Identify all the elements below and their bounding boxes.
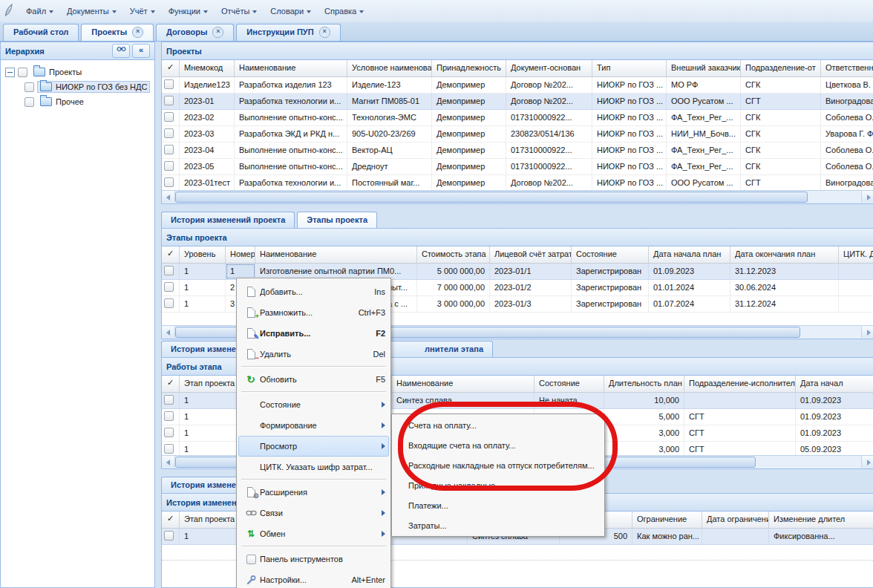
row-checkbox[interactable] xyxy=(164,428,174,437)
tree-node-projects[interactable]: Проекты xyxy=(5,65,154,79)
tab-instructions[interactable]: Инструкции ПУП× xyxy=(236,24,340,41)
tab-project-stages[interactable]: Этапы проекта xyxy=(297,212,377,228)
menu-item-refresh[interactable]: ↻ ОбновитьF5 xyxy=(238,369,389,390)
column-header[interactable]: Документ-основан xyxy=(506,60,592,76)
row-checkbox[interactable] xyxy=(164,298,174,308)
row-checkbox[interactable] xyxy=(164,79,174,89)
column-header[interactable]: Условное наименова xyxy=(347,60,432,76)
table-row[interactable]: 2023-05Выполнение опытно-конс... Дредноу… xyxy=(162,159,873,175)
column-header[interactable]: Дата окончания план xyxy=(730,246,839,263)
column-header[interactable]: Внешний заказчик xyxy=(667,60,741,76)
row-checkbox[interactable] xyxy=(164,177,174,187)
row-checkbox[interactable] xyxy=(164,411,174,421)
menu-reports[interactable]: Отчёты xyxy=(215,4,264,19)
table-row[interactable]: Изделие123Разработка изделия 123 Изделие… xyxy=(162,77,873,94)
column-header[interactable]: Ответственный xyxy=(821,60,873,76)
submenu-item-costs[interactable]: Затраты... xyxy=(392,516,604,536)
menu-item-formation[interactable]: Формирование xyxy=(238,415,389,436)
submenu-item-payments[interactable]: Платежи... xyxy=(392,496,604,516)
tab-projects[interactable]: Проекты× xyxy=(81,24,154,41)
search-icon[interactable] xyxy=(112,44,130,58)
column-header[interactable]: Дата начала план xyxy=(649,246,730,263)
close-icon[interactable]: × xyxy=(319,27,330,38)
close-icon[interactable]: × xyxy=(132,27,143,38)
menu-item-exchange[interactable]: ⇅ Обмен xyxy=(238,523,389,544)
menu-help[interactable]: Справка xyxy=(318,4,370,19)
tab-project-history[interactable]: История изменений проекта xyxy=(161,212,295,228)
menu-dictionaries[interactable]: Словари xyxy=(264,4,318,19)
menu-item-links[interactable]: Связи xyxy=(238,503,389,523)
column-header-sorted[interactable]: Длительность план xyxy=(604,376,684,392)
horizontal-scrollbar[interactable] xyxy=(162,190,873,203)
column-header[interactable]: Наименование xyxy=(392,376,534,392)
scroll-left-icon[interactable] xyxy=(162,326,175,338)
tree-node-other[interactable]: Прочее xyxy=(5,94,154,109)
row-checkbox[interactable] xyxy=(164,145,174,154)
column-header[interactable]: Стоимость этапа xyxy=(417,246,490,263)
row-checkbox[interactable] xyxy=(164,531,174,540)
column-header[interactable]: Состояние xyxy=(534,376,604,392)
row-checkbox[interactable] xyxy=(164,96,174,105)
scroll-left-icon[interactable] xyxy=(162,191,175,203)
table-row[interactable]: 2023-03Разработка ЭКД и РКД н... 905-U02… xyxy=(162,126,873,143)
node-checkbox[interactable] xyxy=(24,82,34,92)
tab-contracts[interactable]: Договоры× xyxy=(156,24,234,41)
node-checkbox[interactable] xyxy=(24,97,34,107)
table-row[interactable]: 2023-01тестРазработка технологии и... По… xyxy=(162,175,873,192)
row-checkbox[interactable] xyxy=(164,128,174,138)
check-column-header[interactable]: ✓ xyxy=(162,60,180,76)
close-icon[interactable]: × xyxy=(212,27,223,38)
check-column-header[interactable]: ✓ xyxy=(162,512,180,528)
menu-functions[interactable]: Функции xyxy=(162,4,215,19)
column-header[interactable]: Мнемокод xyxy=(180,60,235,76)
row-checkbox[interactable] xyxy=(164,395,174,405)
menu-documents[interactable]: Документы xyxy=(60,4,123,19)
menu-item-edit[interactable]: ✎ Исправить...F2 xyxy=(238,323,389,344)
menu-accounting[interactable]: Учёт xyxy=(123,4,162,19)
menu-file[interactable]: Файл xyxy=(19,4,60,19)
row-checkbox[interactable] xyxy=(164,266,174,275)
menu-item-state[interactable]: Состояние xyxy=(238,394,389,415)
menu-item-citk-cost-code[interactable]: ЦИТК. Указать шифр затрат... xyxy=(238,457,389,477)
menu-item-duplicate[interactable]: + Размножить...Ctrl+F3 xyxy=(238,302,389,323)
column-header[interactable]: Дата начал xyxy=(796,376,873,392)
scrollbar-thumb[interactable] xyxy=(175,192,808,203)
column-header[interactable]: ЦИТК. Д xyxy=(839,246,873,263)
column-header[interactable]: Подразделение-от xyxy=(741,60,821,76)
column-header[interactable]: Наименование xyxy=(255,246,417,263)
column-header[interactable]: Подразделение-исполнитель.. xyxy=(684,376,796,392)
column-header[interactable]: Состояние xyxy=(572,246,649,263)
column-header[interactable]: Принадлежность xyxy=(432,60,506,76)
collapse-panel-icon[interactable]: « xyxy=(132,44,150,58)
column-header[interactable]: Ограничение xyxy=(632,512,702,528)
menu-item-delete[interactable]: − УдалитьDel xyxy=(238,344,389,365)
column-header[interactable]: Тип xyxy=(592,60,667,76)
check-column-header[interactable]: ✓ xyxy=(162,376,180,392)
column-header[interactable]: Номер xyxy=(226,246,255,263)
toolbar-checkbox-icon[interactable] xyxy=(242,555,260,564)
node-checkbox[interactable] xyxy=(18,68,27,77)
menu-item-view[interactable]: Просмотр xyxy=(238,436,389,457)
scroll-right-icon[interactable] xyxy=(861,456,873,468)
menu-item-extensions[interactable]: ⚙ Расширения xyxy=(238,482,389,503)
row-checkbox[interactable] xyxy=(164,444,174,454)
menu-item-settings[interactable]: Настройки...Alt+Enter xyxy=(238,569,389,588)
check-column-header[interactable]: ✓ xyxy=(162,246,180,263)
column-header[interactable]: Лицевой счёт затрат. xyxy=(490,246,572,263)
row-checkbox[interactable] xyxy=(164,161,174,171)
column-header[interactable]: Уровень xyxy=(180,246,226,263)
table-row[interactable]: 2023-04Выполнение опытно-конс... Вектор-… xyxy=(162,143,873,159)
row-checkbox[interactable] xyxy=(164,282,174,292)
column-header[interactable]: Дата ограничения xyxy=(702,512,769,528)
tab-desktop[interactable]: Рабочий стол xyxy=(3,24,79,41)
column-header[interactable]: Изменение длител xyxy=(769,512,873,528)
menu-item-toolbar[interactable]: Панель инструментов xyxy=(238,549,389,569)
table-row-selected[interactable]: 2023-01Разработка технологии и... Магнит… xyxy=(162,94,873,110)
table-row[interactable]: 2023-02Выполнение опытно-конс... Техноло… xyxy=(162,110,873,126)
scroll-right-icon[interactable] xyxy=(861,191,873,203)
tree-node-niokr[interactable]: НИОКР по ГОЗ без НДС xyxy=(5,79,154,94)
row-checkbox[interactable] xyxy=(164,112,174,122)
scroll-left-icon[interactable] xyxy=(162,456,175,468)
menu-item-add[interactable]: Добавить...Ins xyxy=(238,281,389,302)
column-header[interactable]: Наименование xyxy=(235,60,347,76)
